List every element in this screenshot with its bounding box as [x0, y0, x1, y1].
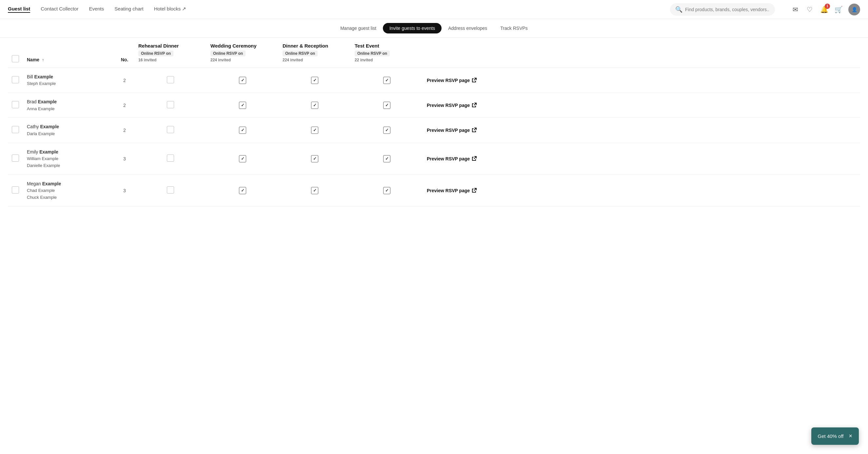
- event-cell-3[interactable]: [351, 68, 423, 93]
- event-checkbox[interactable]: [239, 155, 246, 162]
- event-checkbox[interactable]: [311, 102, 318, 109]
- sub-nav-manage-guest-list[interactable]: Manage guest list: [334, 23, 383, 33]
- event-cell-2[interactable]: [279, 68, 351, 93]
- select-all-checkbox[interactable]: [12, 55, 19, 62]
- notifications-icon[interactable]: 🔔 1: [819, 5, 829, 14]
- search-input[interactable]: [685, 7, 770, 12]
- guest-count-cell: 2: [115, 68, 134, 93]
- table-header-row: Name ↑ No. Rehearsal Dinner Online RSVP …: [8, 38, 860, 68]
- external-link-icon: [471, 127, 476, 133]
- no-header: No.: [115, 38, 134, 68]
- table-row: Brad ExampleAnna Example2 Preview RSVP p…: [8, 93, 860, 118]
- dinner-reception-header: Dinner & Reception Online RSVP on 224 in…: [279, 38, 351, 68]
- event-cell-3[interactable]: [351, 174, 423, 206]
- event-cell-2[interactable]: [279, 174, 351, 206]
- event-checkbox[interactable]: [167, 186, 174, 194]
- preview-rsvp-cell[interactable]: Preview RSVP page: [423, 118, 860, 143]
- event-cell-2[interactable]: [279, 118, 351, 143]
- preview-rsvp-cell[interactable]: Preview RSVP page: [423, 93, 860, 118]
- table-row: Megan ExampleChad ExampleChuck Example3 …: [8, 174, 860, 206]
- guest-count-cell: 3: [115, 174, 134, 206]
- event-cell-1[interactable]: [207, 93, 279, 118]
- top-navigation: Guest list Contact Collector Events Seat…: [0, 0, 868, 19]
- preview-rsvp-link[interactable]: Preview RSVP page: [427, 156, 856, 161]
- event-checkbox[interactable]: [383, 126, 391, 134]
- table-row: Bill ExampleSteph Example2 Preview RSVP …: [8, 68, 860, 93]
- mail-icon[interactable]: ✉: [790, 5, 800, 14]
- event-cell-0[interactable]: [134, 93, 207, 118]
- nav-item-hotel-blocks[interactable]: Hotel blocks ↗: [154, 6, 187, 13]
- event-cell-2[interactable]: [279, 143, 351, 174]
- row-select-checkbox[interactable]: [12, 76, 19, 83]
- event-cell-0[interactable]: [134, 143, 207, 174]
- preview-rsvp-link[interactable]: Preview RSVP page: [427, 127, 856, 133]
- event-cell-1[interactable]: [207, 174, 279, 206]
- row-select-checkbox[interactable]: [12, 101, 19, 108]
- event-cell-3[interactable]: [351, 143, 423, 174]
- sub-nav-invite-guests[interactable]: Invite guests to events: [383, 23, 441, 33]
- event-cell-3[interactable]: [351, 93, 423, 118]
- guest-count-cell: 3: [115, 143, 134, 174]
- event-checkbox[interactable]: [239, 102, 246, 109]
- table-row: Cathy ExampleDarla Example2 Preview RSVP…: [8, 118, 860, 143]
- search-bar[interactable]: 🔍: [670, 3, 775, 16]
- nav-item-contact-collector[interactable]: Contact Collector: [41, 6, 79, 13]
- nav-item-guest-list[interactable]: Guest list: [8, 6, 30, 13]
- event-checkbox[interactable]: [311, 126, 318, 134]
- preview-rsvp-link[interactable]: Preview RSVP page: [427, 78, 856, 83]
- guest-name-cell: Emily ExampleWilliam ExampleDanielle Exa…: [23, 143, 115, 174]
- event-cell-3[interactable]: [351, 118, 423, 143]
- notification-badge: 1: [825, 4, 830, 9]
- event-checkbox[interactable]: [167, 154, 174, 162]
- nav-item-events[interactable]: Events: [89, 6, 104, 13]
- event-checkbox[interactable]: [311, 155, 318, 162]
- event-cell-0[interactable]: [134, 118, 207, 143]
- preview-rsvp-link[interactable]: Preview RSVP page: [427, 188, 856, 193]
- row-select-checkbox[interactable]: [12, 126, 19, 133]
- event-cell-1[interactable]: [207, 68, 279, 93]
- avatar[interactable]: 👤: [848, 4, 860, 16]
- favorites-icon[interactable]: ♡: [805, 5, 814, 14]
- sort-icon: ↑: [42, 58, 44, 62]
- event-checkbox[interactable]: [383, 77, 391, 84]
- event-checkbox[interactable]: [239, 77, 246, 84]
- cart-icon[interactable]: 🛒: [834, 5, 843, 14]
- preview-rsvp-cell[interactable]: Preview RSVP page: [423, 143, 860, 174]
- event-checkbox[interactable]: [383, 102, 391, 109]
- guest-event-table: Name ↑ No. Rehearsal Dinner Online RSVP …: [0, 38, 868, 207]
- event-checkbox[interactable]: [167, 76, 174, 83]
- event-cell-1[interactable]: [207, 143, 279, 174]
- event-checkbox[interactable]: [239, 187, 246, 194]
- guest-name-cell: Cathy ExampleDarla Example: [23, 118, 115, 143]
- nav-item-seating-chart[interactable]: Seating chart: [115, 6, 143, 13]
- row-select-checkbox[interactable]: [12, 154, 19, 162]
- table-row: Emily ExampleWilliam ExampleDanielle Exa…: [8, 143, 860, 174]
- sub-nav-track-rsvps[interactable]: Track RSVPs: [494, 23, 534, 33]
- event-cell-0[interactable]: [134, 174, 207, 206]
- event-checkbox[interactable]: [383, 187, 391, 194]
- guest-name-cell: Megan ExampleChad ExampleChuck Example: [23, 174, 115, 206]
- event-checkbox[interactable]: [311, 77, 318, 84]
- external-link-icon: ↗: [182, 6, 186, 12]
- rehearsal-dinner-header: Rehearsal Dinner Online RSVP on 16 invit…: [134, 38, 207, 68]
- event-cell-1[interactable]: [207, 118, 279, 143]
- event-checkbox[interactable]: [167, 101, 174, 108]
- preview-header: [423, 38, 860, 68]
- preview-rsvp-cell[interactable]: Preview RSVP page: [423, 68, 860, 93]
- row-select-checkbox[interactable]: [12, 186, 19, 194]
- sub-nav-address-envelopes[interactable]: Address envelopes: [441, 23, 494, 33]
- event-checkbox[interactable]: [311, 187, 318, 194]
- preview-rsvp-link[interactable]: Preview RSVP page: [427, 103, 856, 108]
- guest-count-cell: 2: [115, 93, 134, 118]
- external-link-icon: [471, 188, 476, 193]
- event-cell-0[interactable]: [134, 68, 207, 93]
- external-link-icon: [471, 78, 476, 83]
- event-checkbox[interactable]: [383, 155, 391, 162]
- nav-icons: ✉ ♡ 🔔 1 🛒 👤: [790, 4, 860, 16]
- name-header[interactable]: Name ↑: [23, 38, 115, 68]
- event-checkbox[interactable]: [239, 126, 246, 134]
- event-cell-2[interactable]: [279, 93, 351, 118]
- preview-rsvp-cell[interactable]: Preview RSVP page: [423, 174, 860, 206]
- select-all-header[interactable]: [8, 38, 23, 68]
- event-checkbox[interactable]: [167, 126, 174, 133]
